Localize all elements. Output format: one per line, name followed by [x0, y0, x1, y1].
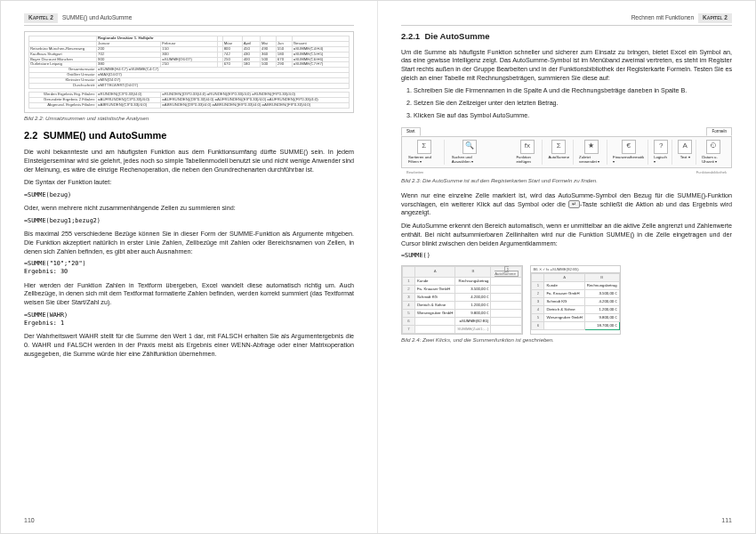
code-sample: =SUMME(bezug1;bezug2)	[24, 217, 354, 225]
page-left: Kapitel 2 SUMME() und AutoSumme Regional…	[1, 1, 378, 533]
text-icon: A	[678, 140, 692, 154]
page-number: 111	[721, 516, 732, 524]
ribbon-button[interactable]: 🔍 Suchen und Auswählen ▾	[448, 140, 492, 166]
body-text: Der Wahrheitswert WAHR stellt für die Su…	[24, 332, 354, 358]
ribbon-button[interactable]: €Finanzmathematik ▾	[609, 140, 648, 166]
sigma-icon: Σ	[417, 140, 431, 154]
sigma-icon: Σ	[551, 140, 566, 154]
step-item: Klicken Sie auf das Symbol AutoSumme.	[414, 111, 732, 120]
logic-icon: ?	[654, 140, 668, 154]
step-item: Setzen Sie den Zellzeiger unter den letz…	[414, 99, 732, 108]
ribbon-button-autosum[interactable]: ΣAutoSumme	[544, 140, 574, 166]
star-icon: ★	[584, 140, 599, 154]
running-head-left: Kapitel 2 SUMME() und AutoSumme	[24, 13, 354, 26]
finance-icon: €	[622, 140, 636, 154]
ribbon-button[interactable]: AText ▾	[674, 140, 696, 166]
enter-key-icon: ↵	[568, 200, 580, 208]
page-right: Rechnen mit Funktionen Kapitel 2 2.2.1 D…	[378, 1, 755, 533]
figure-2-2-caption: Bild 2.2: Umsatzsummen und statistische …	[24, 115, 354, 122]
running-head-text: Rechnen mit Funktionen	[631, 14, 694, 22]
numbered-steps: Schreiben Sie die Firmennamen in die Spa…	[414, 86, 732, 119]
figure-2-4-caption: Bild 2.4: Zwei Klicks, und die Summenfun…	[401, 336, 732, 344]
code-sample: =SUMME(WAHR) Ergebnis: 1	[24, 312, 354, 328]
page-number: 110	[24, 516, 35, 524]
ribbon-button[interactable]: ★Zuletzt verwendet ▾	[575, 140, 607, 166]
spreadsheet-before: A B Σ AutoSumme 1KundeRechnungsbetrag 2F…	[401, 265, 523, 336]
ribbon-button[interactable]: ⏲Datum u. Uhrzeit ▾	[698, 140, 728, 166]
running-head-text: SUMME() und AutoSumme	[62, 14, 132, 22]
ribbon-button[interactable]: fxFunktion einfügen	[512, 140, 543, 166]
formula-bar[interactable]: B6 ✕ ✓ fx =SUMME(B2:B5)	[531, 266, 619, 274]
body-text: Bis maximal 255 verschiedene Bezüge könn…	[24, 230, 354, 255]
figure-2-2: Regionale Umsätze 1. Halbjahr Januar Feb…	[24, 31, 354, 113]
chapter-badge: Kapitel 2	[698, 13, 732, 23]
code-sample: =SUMME("10";"20") Ergebnis: 30	[24, 260, 354, 276]
body-text: Um die Summe als häufigste Funktion schn…	[401, 48, 732, 83]
figure-2-3: Start Formeln Σ Sortieren und Filtern ▾ …	[401, 125, 732, 177]
figure-2-4: A B Σ AutoSumme 1KundeRechnungsbetrag 2F…	[401, 265, 732, 336]
figure-2-3-caption: Bild 2.3: Die AutoSumme ist auf den Regi…	[401, 177, 732, 184]
code-sample: =SUMME(bezug)	[24, 191, 354, 199]
running-head-right: Rechnen mit Funktionen Kapitel 2	[401, 13, 732, 26]
step-item: Schreiben Sie die Firmennamen in die Spa…	[414, 86, 732, 95]
subsection-heading-2-2-1: 2.2.1 Die AutoSumme	[401, 31, 732, 43]
body-text: Die wohl bekannteste und am häufigsten F…	[24, 148, 354, 174]
body-text: Die AutoSumme erkennt den Bereich automa…	[401, 222, 732, 247]
spreadsheet-after: B6 ✕ ✓ fx =SUMME(B2:B5) A B 1KundeRechnu…	[530, 265, 620, 336]
ribbon-tab-formeln[interactable]: Formeln	[706, 127, 732, 136]
ribbon-button[interactable]: ?Logisch ▾	[650, 140, 672, 166]
body-text: Oder, wenn mehrere nicht zusammenhängend…	[24, 204, 354, 213]
code-sample: =SUMME()	[401, 252, 732, 260]
body-text: Wenn nur eine einzelne Zelle markiert is…	[401, 191, 732, 217]
body-text: Die Syntax der Funktion lautet:	[24, 178, 354, 187]
autosum-icon[interactable]: Σ AutoSumme	[495, 266, 519, 278]
fx-icon: fx	[520, 140, 535, 154]
ribbon-button[interactable]: Σ Sortieren und Filtern ▾	[405, 140, 445, 166]
chapter-badge: Kapitel 2	[24, 13, 58, 23]
search-icon: 🔍	[462, 140, 477, 154]
clock-icon: ⏲	[706, 140, 720, 154]
ribbon-tab-start[interactable]: Start	[401, 127, 421, 136]
section-heading-2-2: 2.2 SUMME() und AutoSumme	[24, 129, 354, 142]
body-text: Hier werden der Funktion Zahlen in Textf…	[24, 281, 354, 307]
